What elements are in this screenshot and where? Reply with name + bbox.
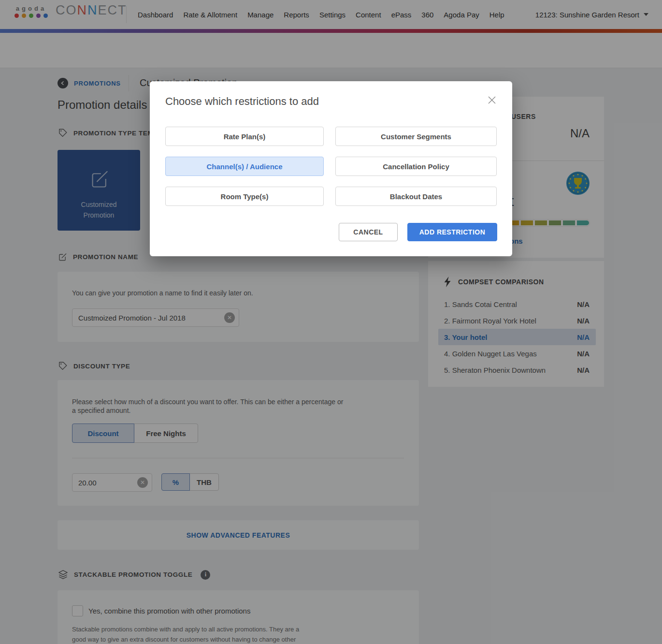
close-icon[interactable]	[486, 94, 498, 106]
restriction-options: Rate Plan(s) Customer Segments Channel(s…	[165, 127, 497, 206]
option-room-types[interactable]: Room Type(s)	[165, 187, 324, 206]
cancel-button[interactable]: CANCEL	[339, 223, 398, 241]
modal-footer: CANCEL ADD RESTRICTION	[339, 223, 497, 241]
add-restriction-button[interactable]: ADD RESTRICTION	[407, 223, 497, 241]
option-cancellation-policy[interactable]: Cancellation Policy	[335, 157, 497, 176]
option-blackout-dates[interactable]: Blackout Dates	[335, 187, 497, 206]
option-rate-plans[interactable]: Rate Plan(s)	[165, 127, 324, 146]
app-screen: agoda CONNECT Dashboard Rate & Allotment…	[0, 0, 662, 644]
restrictions-modal: Choose which restrictions to add Rate Pl…	[150, 81, 512, 256]
modal-title: Choose which restrictions to add	[165, 95, 319, 108]
option-customer-segments[interactable]: Customer Segments	[335, 127, 497, 146]
option-channels-audience[interactable]: Channel(s) / Audience	[165, 157, 324, 176]
